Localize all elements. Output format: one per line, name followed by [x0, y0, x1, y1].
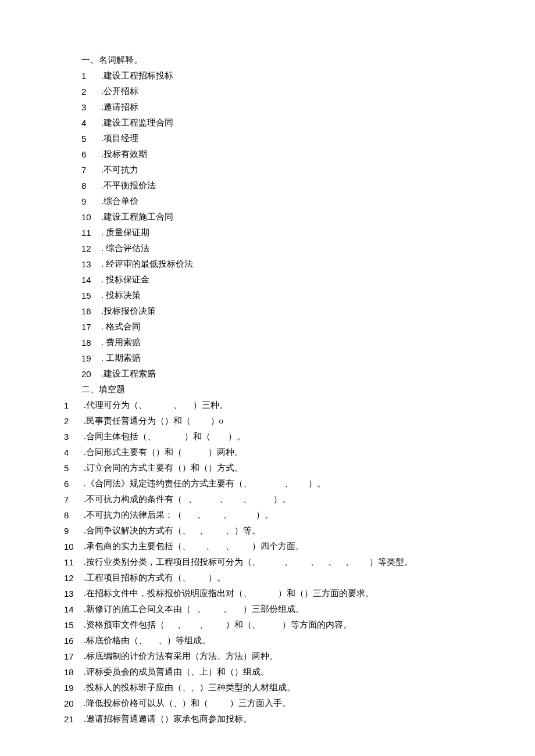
list-item: 21.邀请招标普通邀请（）家承包商参加投标。: [64, 711, 471, 727]
item-number: 8: [81, 178, 101, 194]
list-item: 1.代理可分为（、 、 ）三种。: [64, 397, 471, 413]
list-item: 20.降低投标价格可以从（、）和（ ）三方面入手。: [64, 696, 471, 711]
list-item: 3.合同主体包括（、 ）和（ ）。: [64, 429, 471, 445]
list-item: 15.资格预审文件包括（ 、 、 ）和（、 ）等方面的内容。: [64, 617, 471, 633]
item-number: 2: [81, 84, 101, 99]
list-item: 8.不可抗力的法律后果：（ 、 、 ）。: [64, 507, 471, 523]
item-text: . 经评审的最低投标价法: [101, 256, 193, 272]
item-text: .不可抗力的法律后果：（ 、 、 ）。: [84, 507, 273, 523]
list-item: 5.项目经理: [64, 131, 471, 146]
item-number: 9: [64, 523, 84, 539]
item-number: 13: [81, 256, 101, 272]
list-item: 16.投标报价决策: [64, 303, 471, 319]
item-number: 6: [64, 476, 84, 492]
list-item: 16.标底价格由（、 、）等组成。: [64, 633, 471, 648]
item-number: 18: [64, 664, 84, 680]
item-number: 17: [64, 648, 84, 664]
item-text: .不平衡报价法: [101, 178, 156, 194]
item-number: 17: [81, 319, 101, 335]
item-number: 12: [64, 570, 84, 586]
item-text: .不可抗力: [101, 162, 138, 178]
item-text: .代理可分为（、 、 ）三种。: [84, 397, 228, 413]
item-text: .建设工程招标投标: [101, 68, 173, 84]
list-item: 1.建设工程招标投标: [64, 68, 471, 84]
item-number: 8: [64, 507, 84, 523]
list-item: 5.订立合同的方式主要有（）和（）方式。: [64, 460, 471, 476]
item-text: .建设工程监理合同: [101, 115, 173, 131]
item-number: 18: [81, 335, 101, 350]
list-item: 7.不可抗力构成的条件有（ 、 、 、 ）。: [64, 492, 471, 507]
item-text: .工程项目招标的方式有（、 ）。: [84, 570, 226, 586]
item-number: 15: [64, 617, 84, 633]
list-item: 18. 费用索赔: [64, 335, 471, 350]
item-text: .标底编制的计价方法有采用（方法、方法）两种。: [84, 648, 278, 664]
list-item: 12. 综合评估法: [64, 241, 471, 256]
list-item: 19. 工期索赔: [64, 350, 471, 366]
list-item: 10.承包商的实力主要包括（、 、 、 ）四个方面。: [64, 539, 471, 554]
list-item: 8.不平衡报价法: [64, 178, 471, 194]
item-text: .按行业类别分类，工程项目招投标可分为（、 、 、 、 、 ）等类型。: [84, 554, 413, 570]
section-1-list: 1.建设工程招标投标2.公开招标3.邀请招标4.建设工程监理合同5.项目经理6.…: [64, 68, 471, 382]
list-item: 6.投标有效期: [64, 146, 471, 162]
item-text: .承包商的实力主要包括（、 、 、 ）四个方面。: [84, 539, 304, 554]
item-text: . 投标保证金: [101, 272, 149, 288]
item-text: . 工期索赔: [101, 350, 141, 366]
item-text: . 格式合同: [101, 319, 141, 335]
list-item: 15. 投标决策: [64, 288, 471, 303]
item-number: 10: [81, 209, 101, 225]
item-text: .不可抗力构成的条件有（ 、 、 、 ）。: [84, 492, 291, 507]
item-text: .评标委员会的成员普通由（、上）和（）组成。: [84, 664, 269, 680]
item-text: .投标有效期: [101, 146, 147, 162]
item-text: .建设工程索赔: [101, 366, 156, 382]
item-number: 20: [64, 696, 84, 711]
list-item: 9.综合单价: [64, 194, 471, 209]
item-text: .项目经理: [101, 131, 138, 146]
item-text: .订立合同的方式主要有（）和（）方式。: [84, 460, 243, 476]
item-text: . 综合评估法: [101, 241, 149, 256]
list-item: 11.按行业类别分类，工程项目招投标可分为（、 、 、 、 、 ）等类型。: [64, 554, 471, 570]
item-text: .综合单价: [101, 194, 138, 209]
item-text: . 投标决策: [101, 288, 141, 303]
section-1-heading: 一、名词解释。: [64, 52, 471, 68]
list-item: 20.建设工程索赔: [64, 366, 471, 382]
list-item: 13.在招标文件中，投标报价说明应指出对（、 ）和（）三方面的要求。: [64, 586, 471, 601]
item-text: .合同形式主要有（）和（ ）两种。: [84, 445, 243, 460]
list-item: 10.建设工程施工合同: [64, 209, 471, 225]
list-item: 9.合同争议解决的方式有（、 、 、）等。: [64, 523, 471, 539]
item-text: .投标人的投标班子应由（、、）三种类型的人材组成。: [84, 680, 295, 696]
item-number: 5: [64, 460, 84, 476]
item-number: 20: [81, 366, 101, 382]
item-text: .邀请招标普通邀请（）家承包商参加投标。: [84, 711, 252, 727]
item-number: 21: [64, 711, 84, 727]
list-item: 14. 投标保证金: [64, 272, 471, 288]
item-number: 1: [64, 397, 84, 413]
item-text: .在招标文件中，投标报价说明应指出对（、 ）和（）三方面的要求。: [84, 586, 374, 601]
item-text: .降低投标价格可以从（、）和（ ）三方面入手。: [84, 696, 291, 711]
list-item: 2.民事责任普通分为（）和（ ）o: [64, 413, 471, 429]
item-text: .建设工程施工合同: [101, 209, 173, 225]
item-number: 7: [64, 492, 84, 507]
list-item: 13. 经评审的最低投标价法: [64, 256, 471, 272]
item-number: 14: [81, 272, 101, 288]
list-item: 4.建设工程监理合同: [64, 115, 471, 131]
item-number: 19: [64, 680, 84, 696]
item-number: 12: [81, 241, 101, 256]
document-page: 一、名词解释。 1.建设工程招标投标2.公开招标3.邀请招标4.建设工程监理合同…: [0, 0, 535, 756]
item-text: .投标报价决策: [101, 303, 156, 319]
list-item: 19.投标人的投标班子应由（、、）三种类型的人材组成。: [64, 680, 471, 696]
section-2-list: 1.代理可分为（、 、 ）三种。2.民事责任普通分为（）和（ ）o3.合同主体包…: [64, 397, 471, 727]
list-item: 4.合同形式主要有（）和（ ）两种。: [64, 445, 471, 460]
item-number: 13: [64, 586, 84, 601]
item-text: .合同争议解决的方式有（、 、 、）等。: [84, 523, 261, 539]
item-number: 5: [81, 131, 101, 146]
item-number: 3: [81, 99, 101, 115]
item-number: 3: [64, 429, 84, 445]
list-item: 18.评标委员会的成员普通由（、上）和（）组成。: [64, 664, 471, 680]
list-item: 17.标底编制的计价方法有采用（方法、方法）两种。: [64, 648, 471, 664]
item-text: .合同主体包括（、 ）和（ ）。: [84, 429, 245, 445]
list-item: 3.邀请招标: [64, 99, 471, 115]
item-number: 9: [81, 194, 101, 209]
item-text: .公开招标: [101, 84, 138, 99]
item-number: 11: [81, 225, 101, 241]
item-number: 7: [81, 162, 101, 178]
